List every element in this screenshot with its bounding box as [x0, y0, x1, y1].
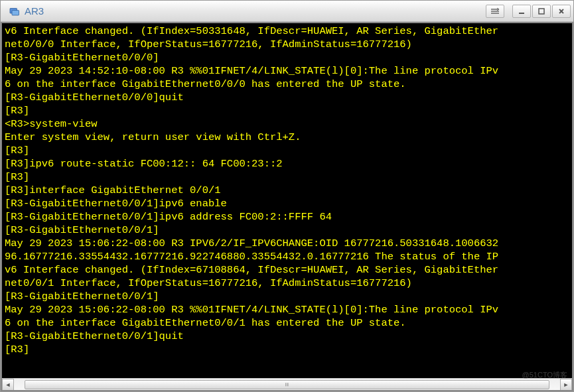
terminal-line: [R3-GigabitEthernet0/0/1]ipv6 enable — [5, 197, 569, 210]
window-title: AR3 — [25, 5, 486, 17]
titlebar: AR3 — [1, 1, 573, 22]
terminal-line: [R3] — [5, 170, 569, 184]
app-icon — [7, 5, 21, 18]
app-window: AR3 v6 Interface changed. (IfIndex=50331… — [0, 0, 574, 392]
terminal-line: [R3] — [5, 343, 569, 356]
terminal-line: [R3-GigabitEthernet0/0/1]quit — [5, 330, 569, 343]
scroll-track[interactable] — [14, 379, 560, 391]
terminal-line: May 29 2023 14:52:10-08:00 R3 %%01IFNET/… — [5, 64, 569, 78]
svg-rect-6 — [539, 9, 544, 14]
terminal-line: May 29 2023 15:06:22-08:00 R3 IPV6/2/IF_… — [5, 237, 569, 250]
terminal-line: [R3]interface GigabitEthernet 0/0/1 — [5, 184, 569, 197]
scroll-right-arrow[interactable]: ► — [560, 379, 572, 391]
terminal-line: [R3]ipv6 route-static FC00:12:: 64 FC00:… — [5, 157, 569, 170]
terminal-line: May 29 2023 15:06:22-08:00 R3 %%01IFNET/… — [5, 303, 569, 316]
terminal-output[interactable]: v6 Interface changed. (IfIndex=50331648,… — [2, 23, 572, 378]
terminal-line: 6 on the interface GigabitEthernet0/0/0 … — [5, 78, 569, 91]
horizontal-scrollbar[interactable]: ◄ ► — [2, 378, 572, 390]
terminal-line: v6 Interface changed. (IfIndex=67108864,… — [5, 263, 569, 277]
close-button[interactable] — [552, 5, 571, 18]
terminal-line: [R3-GigabitEthernet0/0/1] — [5, 224, 569, 237]
terminal-line: [R3-GigabitEthernet0/0/1]ipv6 address FC… — [5, 210, 569, 224]
scroll-thumb[interactable] — [25, 380, 549, 389]
terminal-line: [R3] — [5, 144, 569, 157]
terminal-line: [R3] — [5, 104, 569, 117]
terminal-line: 96.16777216.33554432.16777216.922746880.… — [5, 250, 569, 263]
terminal-line: Enter system view, return user view with… — [5, 131, 569, 144]
maximize-button[interactable] — [532, 5, 551, 18]
minimize-button[interactable] — [512, 5, 531, 18]
svg-rect-1 — [12, 10, 19, 15]
terminal-line: v6 Interface changed. (IfIndex=50331648,… — [5, 25, 569, 38]
terminal-line: [R3-GigabitEthernet0/0/0] — [5, 51, 569, 64]
terminal-line: <R3>system-view — [5, 117, 569, 131]
terminal-line: [R3-GigabitEthernet0/0/0]quit — [5, 91, 569, 104]
terminal-container: v6 Interface changed. (IfIndex=50331648,… — [1, 22, 573, 391]
window-controls — [486, 5, 571, 18]
terminal-line: net0/0/0 Interface, IfOperStatus=1677721… — [5, 38, 569, 51]
terminal-line: net0/0/1 Interface, IfOperStatus=1677721… — [5, 277, 569, 290]
scroll-left-arrow[interactable]: ◄ — [2, 379, 14, 391]
terminal-line: [R3-GigabitEthernet0/0/1] — [5, 290, 569, 303]
toolbar-menu-button[interactable] — [486, 5, 504, 18]
terminal-line: 6 on the interface GigabitEthernet0/0/1 … — [5, 316, 569, 330]
